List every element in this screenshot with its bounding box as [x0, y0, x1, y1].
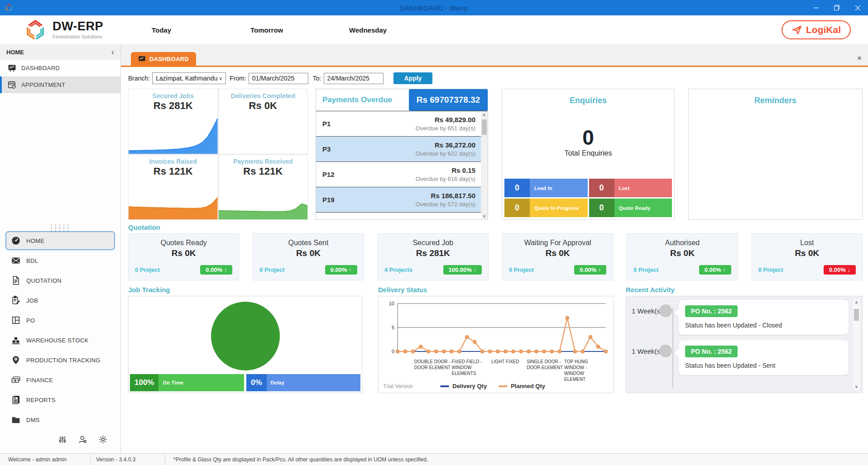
- dashboard-chart-icon: [138, 55, 146, 63]
- payment-row[interactable]: P12 Rs 0.15Overdue by 616 day(s): [316, 162, 481, 187]
- tab-strip: DASHBOARD ×: [121, 44, 868, 67]
- minimize-icon[interactable]: [806, 0, 826, 15]
- activity-bubble: PO No. : 2562 Status has been Updated - …: [679, 300, 849, 335]
- pct-badge: 100.00% ↑: [443, 265, 482, 275]
- chevron-left-icon[interactable]: ‹: [111, 48, 114, 56]
- payment-row[interactable]: P19 Rs 186,817.50Overdue by 572 day(s): [316, 187, 481, 213]
- payment-row[interactable]: P3 Rs 36,272.00Overdue by 622 day(s): [316, 137, 481, 162]
- quotation-cards: Quotes Ready Rs 0K 0 Project0.00% ↑ Quot…: [128, 233, 863, 280]
- from-date-input[interactable]: [249, 73, 308, 84]
- tile-lost[interactable]: 0 Lost: [589, 179, 672, 197]
- payment-row[interactable]: Rs 4,503.68: [316, 213, 481, 219]
- close-icon[interactable]: [847, 0, 868, 15]
- menu-item-finance[interactable]: FINANCE: [5, 370, 115, 389]
- paper-plane-icon: [791, 24, 802, 35]
- uom-note: *Profile & Glass Qty are displayed in Pa…: [165, 454, 436, 465]
- app-logo-icon: [5, 3, 14, 12]
- from-label: From:: [230, 75, 246, 82]
- pct-badge: 0.00% ↓: [824, 265, 856, 275]
- tile-quote-in-progress[interactable]: 0 Quote In Progress: [504, 199, 588, 217]
- branch-select[interactable]: Lazimpat, Kathmandu ∨: [152, 72, 226, 84]
- qcard-waiting-for-approval[interactable]: Waiting For Approval Rs 0K 0 Project0.00…: [502, 233, 613, 280]
- delivery-status-footer: Trial Version Delivery Qty Planned Qty: [383, 383, 609, 389]
- drag-handle-icon[interactable]: ::::::::::: [0, 224, 120, 229]
- logikal-button[interactable]: LogiKal: [782, 20, 851, 39]
- gear-icon[interactable]: [98, 435, 108, 446]
- job-tracking-title: Job Tracking: [128, 286, 362, 294]
- tile-quote-ready[interactable]: 0 Quote Ready: [589, 199, 672, 217]
- payments-overdue-title: Payments Overdue: [316, 89, 409, 111]
- menu-item-job[interactable]: JOB: [5, 291, 115, 310]
- tab-dashboard[interactable]: DASHBOARD: [131, 52, 196, 66]
- qcard-secured-job[interactable]: Secured Job Rs 281K 4 Projects100.00% ↑: [378, 233, 489, 280]
- bottom-row: Job Tracking 100% On Time 0% Delay: [128, 286, 863, 393]
- close-icon[interactable]: ×: [857, 54, 862, 62]
- logikal-label: LogiKal: [806, 24, 841, 35]
- enquiries-title: Enquiries: [504, 96, 672, 105]
- welcome-status: Welcome - admin admin: [0, 454, 91, 465]
- timeline-dot: [659, 345, 672, 357]
- nav-tomorrow[interactable]: Tomorrow: [250, 26, 349, 34]
- menu-item-production-tracking[interactable]: PRODUCTION TRACKING: [5, 351, 115, 370]
- delivery-status-title: Delivery Status: [378, 286, 614, 294]
- on-time-bar: 100% On Time: [130, 374, 244, 391]
- sparkline-chart: [219, 184, 308, 219]
- payments-overdue-header: Payments Overdue Rs 69707378.32: [316, 89, 488, 111]
- folder-icon: [11, 415, 21, 425]
- status-bar: Welcome - admin admin Version - 3.4.0.3 …: [0, 453, 868, 465]
- pallet-boxes-icon: [11, 335, 21, 345]
- reminders-panel: Reminders: [688, 89, 863, 220]
- payments-overdue-total: Rs 69707378.32: [409, 89, 488, 111]
- main-area: DASHBOARD × Branch: Lazimpat, Kathmandu …: [121, 44, 868, 453]
- qcard-quotes-sent[interactable]: Quotes Sent Rs 0K 0 Project0.00% ↑: [253, 233, 364, 280]
- menu-item-warehouse-stock[interactable]: WAREHOUSE STOCK: [5, 331, 115, 350]
- nav-wednesday[interactable]: Wednesday: [349, 26, 448, 34]
- stat-payments-received: Payments Received Rs 121K: [218, 154, 308, 220]
- sidebar: HOME ‹ DASHBOARD: [0, 44, 121, 453]
- enquiries-panel: Enquiries 0 Total Enquiries 0 Lead In 0: [502, 89, 675, 220]
- menu-item-quotation[interactable]: QUOTATION: [5, 271, 115, 290]
- dashboard-content: Branch: Lazimpat, Kathmandu ∨ From: To: …: [121, 67, 868, 453]
- enquiries-total-block: 0 Total Enquiries: [504, 105, 672, 179]
- sidebar-tools: [0, 430, 120, 453]
- activity-scrollbar[interactable]: ∧ ∨: [853, 299, 860, 390]
- pct-badge: 0.00% ↑: [699, 265, 731, 275]
- scrollbar-thumb[interactable]: [854, 309, 859, 321]
- delivery-status-card: 0510 DOUBLE DOOR - DOOR ELEMENTFIXED FIE…: [378, 296, 614, 393]
- apply-button[interactable]: Apply: [393, 72, 433, 84]
- chevron-up-icon[interactable]: ∧: [853, 299, 860, 306]
- reminders-title: Reminders: [689, 96, 862, 105]
- recent-activity-title: Recent Activity: [626, 286, 863, 294]
- chevron-down-icon[interactable]: ∨: [853, 383, 860, 390]
- menu-item-dms[interactable]: DMS: [5, 410, 115, 429]
- banknotes-icon: [11, 375, 21, 385]
- payments-overdue-list: P1 Rs 49,829.00Overdue by 651 day(s) P3 …: [316, 111, 488, 219]
- chevron-down-icon[interactable]: ∨: [481, 213, 488, 219]
- payment-row[interactable]: P1 Rs 49,829.00Overdue by 651 day(s): [316, 111, 481, 137]
- nav-today[interactable]: Today: [152, 26, 250, 34]
- svg-text:5: 5: [392, 325, 394, 330]
- qcard-quotes-ready[interactable]: Quotes Ready Rs 0K 0 Project0.00% ↑: [128, 233, 239, 280]
- chevron-up-icon[interactable]: ∧: [481, 111, 488, 118]
- map-pin-icon: [11, 355, 21, 365]
- user-icon[interactable]: [78, 435, 87, 446]
- to-date-input[interactable]: [324, 73, 384, 84]
- menu-item-bdl[interactable]: BDL: [5, 251, 115, 270]
- sidebar-item-appointment[interactable]: APPOINTMENT: [0, 76, 120, 93]
- stat-secured-jobs: Secured Jobs Rs 281K: [128, 89, 218, 154]
- scrollbar-thumb[interactable]: [482, 119, 487, 135]
- delivery-status-section: Delivery Status 0510 DOUBLE DOOR - DOOR …: [378, 286, 614, 393]
- sliders-icon[interactable]: [58, 435, 67, 446]
- sidebar-item-dashboard[interactable]: DASHBOARD: [0, 60, 120, 76]
- menu-item-home[interactable]: HOME: [5, 231, 115, 250]
- menu-item-po[interactable]: PO: [5, 311, 115, 330]
- legend-swatch: [440, 385, 449, 387]
- menu-item-label: BDL: [26, 257, 38, 264]
- menu-item-reports[interactable]: REPORTS: [5, 390, 115, 409]
- qcard-lost[interactable]: Lost Rs 0K 0 Project0.00% ↓: [752, 233, 863, 280]
- payments-scrollbar[interactable]: ∧ ∨: [481, 111, 488, 219]
- tile-lead-in[interactable]: 0 Lead In: [504, 179, 588, 197]
- qcard-authorised[interactable]: Authorised Rs 0K 0 Project0.00% ↑: [627, 233, 738, 280]
- delay-bar: 0% Delay: [246, 374, 360, 391]
- maximize-icon[interactable]: [826, 0, 847, 15]
